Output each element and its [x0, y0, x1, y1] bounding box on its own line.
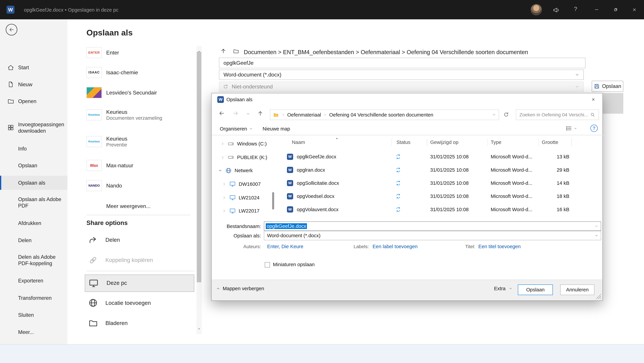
tree-item-netwerk[interactable]: Netwerk — [218, 164, 253, 178]
sidebar-item-info[interactable]: Info — [0, 142, 68, 156]
file-row[interactable]: opgVolauvent.docx 31/01/2025 10:08 Micro… — [279, 203, 600, 216]
dialog-close-button[interactable] — [584, 93, 602, 106]
tree-scrollbar-thumb[interactable] — [272, 192, 274, 210]
column-header-naam[interactable]: Naam — [292, 140, 305, 145]
sidebar-item-sluiten[interactable]: Sluiten — [0, 308, 68, 322]
sidebar-item-delen-als-adobe-pdf[interactable]: Delen als Adobe PDF-koppeling — [0, 250, 68, 270]
tree-item-windows-c[interactable]: Windows (C:) — [221, 137, 267, 151]
dialog-cancel-button[interactable]: Annuleren — [560, 284, 594, 295]
backstage-scrollbar[interactable] — [196, 46, 202, 334]
sidebar-item-openen[interactable]: Openen — [0, 94, 68, 108]
chevron-right-icon[interactable] — [221, 155, 225, 160]
address-segment[interactable]: Oefening 04 Verschillende soorten docume… — [329, 112, 433, 118]
share-item-bladeren[interactable]: Bladeren — [87, 317, 128, 329]
help-icon[interactable]: ? — [574, 6, 577, 12]
sidebar-item-meer[interactable]: Meer... — [0, 325, 68, 339]
network-pc-icon — [229, 181, 236, 187]
file-row[interactable]: opglran.docx 31/01/2025 10:08 Microsoft … — [279, 163, 600, 176]
chevron-right-icon[interactable] — [222, 196, 226, 200]
backstage-save-button[interactable]: Opslaan — [592, 81, 623, 92]
refresh-icon[interactable] — [503, 112, 509, 118]
dialog-save-button[interactable]: Opslaan — [518, 284, 553, 295]
breadcrumb[interactable]: Documenten > ENT_BM4_oefenbestanden > Oe… — [244, 49, 528, 56]
dialog-filetype-select[interactable]: Word-document (*.docx) — [264, 231, 601, 240]
share-options-header: Share options — [86, 220, 128, 226]
recent-place-lesvideo[interactable]: Lesvideo's Secundair — [86, 87, 197, 98]
sidebar-item-afdrukken[interactable]: Afdrukken — [0, 216, 68, 230]
authors-value[interactable]: Enter, Die Keure — [267, 244, 303, 249]
save-floppy-icon — [594, 84, 600, 89]
chevron-down-icon[interactable] — [218, 168, 222, 172]
address-bar[interactable]: Oefenmateriaal Oefening 04 Verschillende… — [270, 110, 499, 120]
drive-icon — [228, 140, 234, 147]
chevron-down-icon[interactable] — [594, 224, 598, 228]
recent-place-keurieus-documenten[interactable]: Keurieus Keurieus Documenten verzameling — [86, 106, 197, 124]
chevron-down-icon[interactable] — [594, 234, 598, 238]
column-header-type[interactable]: Type — [491, 140, 502, 145]
recent-place-keurieus-preventie[interactable]: Keurieus Keurieus Preventie — [86, 133, 197, 150]
feedback-megaphone-icon[interactable] — [552, 6, 560, 14]
tree-item-lw22017[interactable]: LW22017 — [222, 204, 259, 218]
sidebar-item-nieuw[interactable]: Nieuw — [0, 77, 68, 91]
sync-status-icon — [396, 190, 401, 203]
thumbnails-label[interactable]: Miniaturen opslaan — [273, 262, 315, 267]
chevron-right-icon[interactable] — [222, 182, 226, 186]
sidebar-item-opslaan-als[interactable]: Opslaan als — [0, 176, 68, 190]
organize-menu[interactable]: Organiseren — [220, 126, 253, 132]
link-icon — [87, 255, 99, 265]
search-box[interactable]: Zoeken in Oefening 04 Verschi... — [516, 110, 599, 120]
labels-value[interactable]: Een label toevoegen — [372, 244, 418, 249]
file-row[interactable]: opgVoedsel.docx 31/01/2025 10:08 Microso… — [279, 190, 600, 203]
views-button[interactable] — [566, 125, 577, 132]
column-header-gewijzigd[interactable]: Gewijzigd op — [430, 140, 458, 145]
minimize-button[interactable] — [587, 0, 606, 19]
column-header-status[interactable]: Status — [396, 140, 410, 145]
dialog-help-icon[interactable]: ? — [590, 124, 598, 132]
account-avatar[interactable] — [531, 4, 542, 15]
sidebar-item-opslaan[interactable]: Opslaan — [0, 158, 68, 172]
scrollbar-thumb[interactable] — [197, 52, 201, 282]
chevron-right-icon[interactable] — [222, 209, 226, 213]
title-value[interactable]: Een titel toevoegen — [478, 244, 520, 249]
network-pc-icon — [229, 194, 236, 201]
filename-input[interactable]: opglkGeefJe — [219, 58, 586, 68]
hide-folders-button[interactable]: Mappen verbergen — [216, 286, 264, 292]
sync-status-icon — [396, 150, 401, 163]
show-more-places[interactable]: Meer weergeven... — [106, 203, 150, 209]
new-folder-button[interactable]: Nieuwe map — [262, 126, 290, 132]
recent-place-enter[interactable]: ENTER Enter — [86, 47, 197, 58]
share-item-deze-pc[interactable]: Deze pc — [85, 274, 194, 292]
sidebar-item-opslaan-als-adobe-pdf[interactable]: Opslaan als Adobe PDF — [0, 192, 68, 213]
share-item-delen[interactable]: Delen — [87, 234, 120, 246]
sidebar-item-transformeren[interactable]: Transformeren — [0, 291, 68, 305]
extra-menu[interactable]: Extra — [494, 286, 512, 292]
recent-place-isaac[interactable]: ISAAC Isaac-chemie — [86, 67, 197, 78]
address-segment[interactable]: Oefenmateriaal — [287, 112, 321, 118]
sidebar-item-delen[interactable]: Delen — [0, 233, 68, 247]
sidebar-item-start[interactable]: Start — [0, 60, 68, 74]
restore-button[interactable] — [606, 0, 625, 19]
tree-item-publiek-k[interactable]: PUBLIEK (K:) — [221, 151, 267, 164]
sidebar-item-invoegtoepassingen[interactable]: Invoegtoepassingen downloaden — [0, 117, 68, 138]
recent-place-max-natuur[interactable]: Max Max-natuur — [86, 160, 197, 171]
tree-item-dw16007[interactable]: DW16007 — [222, 178, 260, 191]
filetype-select[interactable]: Word-document (*.docx) — [219, 70, 584, 80]
nav-history-chevron-icon[interactable] — [246, 112, 250, 116]
close-button[interactable] — [625, 0, 644, 19]
address-dropdown-chevron-icon[interactable] — [492, 113, 496, 117]
file-row[interactable]: opglkGeefJe.docx 31/01/2025 10:08 Micros… — [279, 150, 600, 163]
recent-place-nando[interactable]: NANDO Nando — [86, 180, 197, 192]
back-button[interactable] — [6, 24, 17, 36]
column-header-grootte[interactable]: Grootte — [542, 140, 558, 145]
nav-back-icon[interactable] — [218, 110, 225, 117]
share-item-locatie-toevoegen[interactable]: Locatie toevoegen — [87, 297, 151, 309]
tree-item-lw21024[interactable]: LW21024 — [222, 191, 259, 204]
chevron-right-icon[interactable] — [221, 142, 225, 146]
up-one-level-icon[interactable] — [220, 48, 227, 54]
sidebar-item-exporteren[interactable]: Exporteren — [0, 274, 68, 288]
thumbnails-checkbox[interactable] — [265, 262, 270, 268]
resize-grip[interactable] — [596, 294, 601, 299]
dialog-filename-input[interactable]: opglkGeefJe.docx — [264, 222, 601, 231]
file-row[interactable]: opgSollicitatie.docx 31/01/2025 10:08 Mi… — [279, 176, 600, 190]
nav-up-icon[interactable] — [257, 110, 264, 117]
